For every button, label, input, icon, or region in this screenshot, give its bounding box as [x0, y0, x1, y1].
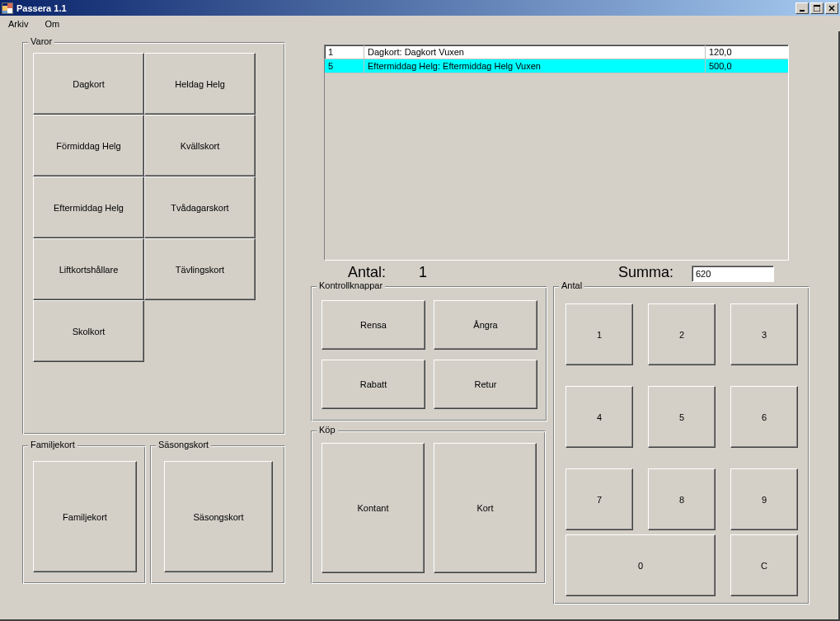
cart-price: 120,0: [706, 45, 788, 59]
btn-rabatt[interactable]: Rabatt: [321, 360, 425, 409]
btn-heldag-helg[interactable]: Heldag Helg: [144, 53, 256, 115]
group-kontrollknappar: Kontrollknappar Rensa Ångra Rabatt Retur: [311, 286, 547, 421]
antal-value: 1: [419, 264, 427, 281]
group-sasongskort-legend: Säsongskort: [156, 440, 211, 449]
btn-tavlingskort[interactable]: Tävlingskort: [144, 238, 256, 300]
keypad-0[interactable]: 0: [565, 534, 716, 596]
group-kontroll-legend: Kontrollknappar: [317, 280, 385, 290]
menu-bar: Arkiv Om: [0, 16, 840, 31]
summa-label: Summa:: [618, 264, 673, 281]
cart-desc: Eftermiddag Helg: Eftermiddag Helg Vuxen: [364, 59, 706, 73]
keypad-4[interactable]: 4: [565, 386, 633, 448]
client-area: Varor Dagkort Heldag Helg Förmiddag Helg…: [0, 31, 840, 621]
btn-familjekort[interactable]: Familjekort: [33, 461, 137, 572]
keypad-c[interactable]: C: [730, 534, 798, 596]
keypad-9[interactable]: 9: [730, 468, 798, 530]
btn-liftkortshallare[interactable]: Liftkortshållare: [33, 238, 144, 300]
btn-dagkort[interactable]: Dagkort: [33, 53, 144, 115]
btn-sasongskort[interactable]: Säsongskort: [164, 461, 273, 572]
group-familjekort-legend: Familjekort: [28, 440, 77, 449]
menu-arkiv[interactable]: Arkiv: [3, 17, 33, 31]
summa-label-text: Summa:: [618, 264, 673, 281]
cart-qty: 1: [325, 45, 364, 59]
close-button[interactable]: [825, 2, 838, 14]
btn-tvadagarskort[interactable]: Tvådagarskort: [144, 176, 256, 238]
cart-desc: Dagkort: Dagkort Vuxen: [364, 45, 706, 59]
btn-kort[interactable]: Kort: [434, 443, 537, 573]
keypad-3[interactable]: 3: [730, 303, 798, 365]
summa-input[interactable]: [692, 266, 774, 282]
cart-price: 500,0: [706, 59, 788, 73]
group-sasongskort: Säsongskort Säsongskort: [150, 445, 285, 584]
cart-qty: 5: [325, 59, 364, 73]
svg-rect-2: [814, 5, 820, 7]
svg-rect-0: [800, 10, 805, 12]
btn-rensa[interactable]: Rensa: [321, 300, 425, 350]
keypad-2[interactable]: 2: [648, 303, 716, 365]
btn-skolkort[interactable]: Skolkort: [33, 300, 144, 362]
menu-om[interactable]: Om: [40, 17, 64, 31]
group-antal-legend: Antal: [559, 280, 584, 290]
minimize-button[interactable]: [795, 2, 809, 14]
keypad-8[interactable]: 8: [648, 468, 716, 530]
btn-retur[interactable]: Retur: [434, 360, 537, 409]
group-antal-keypad: Antal 1 2 3 4 5 6 7 8 9 0 C: [553, 286, 809, 605]
window-title: Passera 1.1: [16, 3, 795, 13]
app-icon: [2, 2, 13, 14]
btn-kontant[interactable]: Kontant: [321, 443, 425, 573]
cart-row[interactable]: 5Eftermiddag Helg: Eftermiddag Helg Vuxe…: [325, 59, 788, 73]
title-bar: Passera 1.1: [0, 0, 840, 16]
btn-formiddag-helg[interactable]: Förmiddag Helg: [33, 115, 144, 176]
group-familjekort: Familjekort Familjekort: [22, 445, 146, 584]
btn-kvallskort[interactable]: Kvällskort: [144, 115, 256, 176]
keypad-7[interactable]: 7: [565, 468, 633, 530]
group-varor-legend: Varor: [28, 36, 54, 46]
keypad-1[interactable]: 1: [565, 303, 633, 365]
maximize-button[interactable]: [810, 2, 824, 14]
group-kop-legend: Köp: [317, 425, 338, 435]
cart-row[interactable]: 1Dagkort: Dagkort Vuxen120,0: [325, 45, 788, 59]
keypad-6[interactable]: 6: [730, 386, 798, 448]
group-kop: Köp Kontant Kort: [311, 430, 546, 584]
antal-label-text: Antal:: [348, 264, 386, 281]
btn-angra[interactable]: Ångra: [434, 300, 537, 350]
keypad-5[interactable]: 5: [648, 386, 716, 448]
cart-list[interactable]: 1Dagkort: Dagkort Vuxen120,05Eftermiddag…: [324, 45, 789, 261]
group-varor: Varor Dagkort Heldag Helg Förmiddag Helg…: [22, 42, 285, 435]
antal-label: Antal: 1: [348, 264, 427, 281]
btn-eftermiddag-helg[interactable]: Eftermiddag Helg: [33, 176, 144, 238]
cart-empty-area: [325, 73, 788, 260]
